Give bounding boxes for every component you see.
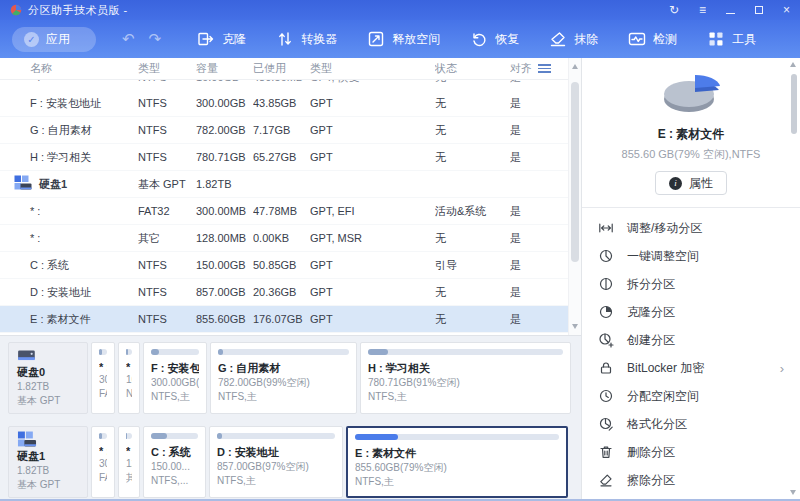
table-scrollbar[interactable] xyxy=(568,58,581,335)
table-row[interactable]: * :其它128.00MB0.00KBGPT, MSR无是 xyxy=(0,225,581,252)
partition-label: * : xyxy=(99,361,107,373)
cell-text: GPT, EFI xyxy=(310,205,355,217)
menu-item[interactable]: 一键调整空间 xyxy=(582,242,800,270)
partition-block[interactable]: E : 素材文件855.60GB(79%空闲)NTFS,主 xyxy=(346,426,568,498)
partition-block[interactable]: * :128...其... xyxy=(118,426,140,498)
disk-card[interactable]: 硬盘01.82TB基本 GPT xyxy=(8,342,88,414)
cell-text: 无 xyxy=(435,286,446,298)
toolbar-button[interactable]: 工具 xyxy=(707,30,756,48)
detect-icon xyxy=(628,30,646,48)
list-view-icon[interactable] xyxy=(538,64,551,75)
usage-bar xyxy=(151,349,199,355)
refresh-icon[interactable]: ↻ xyxy=(669,4,679,16)
cell-text: 是 xyxy=(510,232,521,244)
partition-block[interactable]: C : 系统150.00...NTFS,... xyxy=(143,426,206,498)
scroll-down-icon[interactable] xyxy=(790,490,796,495)
partition-block[interactable]: * :300...FAT... xyxy=(91,426,115,498)
right-panel: E : 素材文件 855.60 GB(79% 空闲),NTFS i 属性 调整/… xyxy=(582,58,800,499)
table-cell: 150.00GB xyxy=(196,259,253,271)
table-cell: 50.85GB xyxy=(253,259,310,271)
table-cell: GPT, MSR xyxy=(310,232,435,244)
menu-item-label: 格式化分区 xyxy=(627,416,687,433)
minimize-icon[interactable] xyxy=(726,4,735,16)
menu-item[interactable]: 擦除分区 xyxy=(582,466,800,494)
table-row[interactable]: H : 学习相关NTFS780.71GB65.27GBGPT无是 xyxy=(0,144,581,171)
wipe-icon xyxy=(549,30,567,48)
usage-bar-fill xyxy=(99,349,102,355)
table-row[interactable]: 硬盘1基本 GPT1.82TB xyxy=(0,171,581,198)
cell-text: 其它 xyxy=(138,232,160,244)
partition-block[interactable]: * :16...NTF... xyxy=(118,342,140,414)
cell-text: * : xyxy=(30,205,40,217)
toolbar-button[interactable]: 抹除 xyxy=(549,30,598,48)
undo-icon[interactable]: ↶ xyxy=(122,30,135,48)
panel-scrollbar[interactable] xyxy=(790,60,798,497)
partition-size: 780.71GB(91%空闲) xyxy=(368,376,563,390)
scroll-up-icon[interactable] xyxy=(572,64,578,69)
partition-block[interactable]: * :300...FAT... xyxy=(91,342,115,414)
cell-text: 是 xyxy=(510,205,521,217)
partition-block[interactable]: F : 安装包地址300.00GB(85%..NTFS,主 xyxy=(143,342,207,414)
toolbar-button[interactable]: 恢复 xyxy=(470,30,519,48)
disk-size: 1.82TB xyxy=(17,464,79,478)
menu-item[interactable]: 软件迁移功能 xyxy=(582,494,800,501)
properties-button[interactable]: i 属性 xyxy=(655,171,727,195)
table-row[interactable]: F : 安装包地址NTFS300.00GB43.85GBGPT无是 xyxy=(0,90,581,117)
disk-card[interactable]: 硬盘11.82TB基本 GPT xyxy=(8,426,88,498)
menu-item[interactable]: 分配空闲空间 xyxy=(582,382,800,410)
apply-button[interactable]: ✓ 应用 xyxy=(12,27,96,52)
scroll-thumb[interactable] xyxy=(571,82,579,262)
close-icon[interactable]: × xyxy=(783,4,790,16)
usage-bar xyxy=(355,434,559,440)
menu-item[interactable]: 拆分分区 xyxy=(582,270,800,298)
menu-item-label: 分配空闲空间 xyxy=(627,388,699,405)
redo-icon[interactable]: ↷ xyxy=(149,30,162,48)
table-row[interactable]: C : 系统NTFS150.00GB50.85GBGPT引导是 xyxy=(0,252,581,279)
cell-text: 无 xyxy=(435,124,446,136)
partition-block[interactable]: D : 安装地址857.00GB(97%空闲)NTFS,主 xyxy=(209,426,343,498)
action-menu: 调整/移动分区一键调整空间拆分分区克隆分区创建分区BitLocker 加密›分配… xyxy=(582,214,800,501)
table-row[interactable]: G : 自用素材NTFS782.00GB7.17GBGPT无是 xyxy=(0,117,581,144)
maximize-icon[interactable] xyxy=(755,4,763,16)
toolbar-button[interactable]: 克隆 xyxy=(197,30,246,48)
disk-grid-icon xyxy=(17,431,79,448)
scroll-down-icon[interactable] xyxy=(572,324,578,329)
chevron-right-icon: › xyxy=(780,361,784,376)
menu-item[interactable]: 删除分区 xyxy=(582,438,800,466)
table-row[interactable]: E : 素材文件NTFS855.60GB176.07GBGPT无是 xyxy=(0,306,581,333)
window-title: 分区助手技术员版 - xyxy=(28,3,128,18)
usage-bar xyxy=(99,349,107,355)
cell-text: 是 xyxy=(510,259,521,271)
toolbar-button[interactable]: 释放空间 xyxy=(367,30,440,48)
scroll-thumb[interactable] xyxy=(791,74,797,134)
toolbar-button[interactable]: 检测 xyxy=(628,30,677,48)
menu-icon[interactable]: ≡ xyxy=(699,4,706,16)
menu-item[interactable]: BitLocker 加密› xyxy=(582,354,800,382)
table-row[interactable]: * :FAT32300.00MB47.78MBGPT, EFI活动&系统是 xyxy=(0,198,581,225)
delete-partition-icon xyxy=(598,444,614,460)
partition-block[interactable]: H : 学习相关780.71GB(91%空闲)NTFS,主 xyxy=(360,342,571,414)
toolbar-button-label: 抹除 xyxy=(574,31,598,48)
menu-item[interactable]: 格式化分区 xyxy=(582,410,800,438)
table-cell: GPT, EFI xyxy=(310,205,435,217)
usage-bar xyxy=(151,433,198,439)
disk-name: 硬盘1 xyxy=(17,449,79,464)
table-row[interactable]: * :NTFS16.00GB480.56MBGPT, 恢复无是 xyxy=(0,80,581,90)
menu-item[interactable]: 调整/移动分区 xyxy=(582,214,800,242)
table-row[interactable]: D : 安装地址NTFS857.00GB20.36GBGPT无是 xyxy=(0,279,581,306)
toolbar-button[interactable]: 转换器 xyxy=(276,30,337,48)
table-cell: GPT xyxy=(310,286,435,298)
clone-icon xyxy=(197,30,215,48)
partition-fs: NTFS,主 xyxy=(218,390,349,404)
partition-fs: FAT... xyxy=(99,471,107,485)
scroll-up-icon[interactable] xyxy=(790,62,796,67)
table-cell: 300.00MB xyxy=(196,205,253,217)
table-cell: GPT xyxy=(310,151,435,163)
table-cell: C : 系统 xyxy=(0,258,138,273)
menu-item[interactable]: 创建分区 xyxy=(582,326,800,354)
partition-fs: NTFS,主 xyxy=(217,474,335,488)
cell-text: 43.85GB xyxy=(253,97,296,109)
partition-block[interactable]: G : 自用素材782.00GB(99%空闲)NTFS,主 xyxy=(210,342,357,414)
cell-text: 7.17GB xyxy=(253,124,290,136)
menu-item[interactable]: 克隆分区 xyxy=(582,298,800,326)
